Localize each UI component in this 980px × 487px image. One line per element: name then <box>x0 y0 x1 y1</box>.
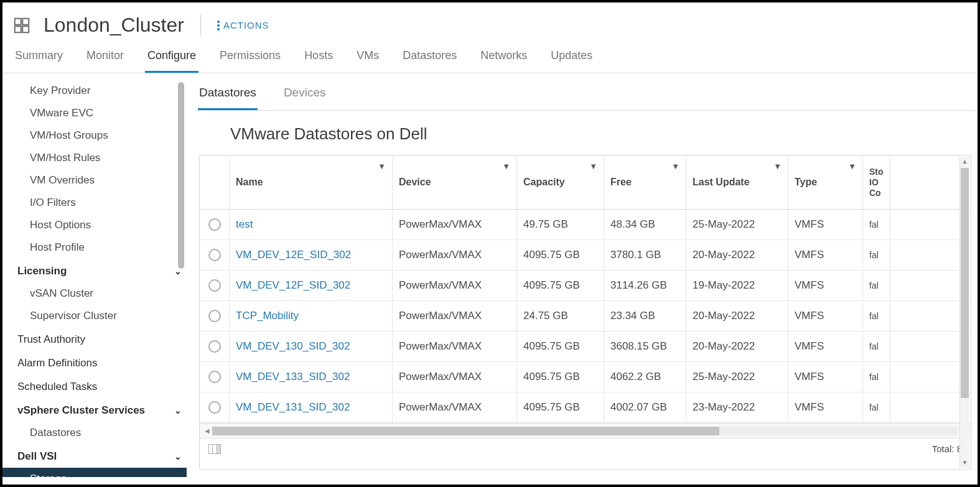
row-free: 4062.2 GB <box>604 362 686 392</box>
sidebar-item-vm-host-rules[interactable]: VM/Host Rules <box>12 147 187 169</box>
sidebar-item-dell-vsi[interactable]: Dell VSI⌄ <box>12 444 187 468</box>
actions-menu[interactable]: ACTIONS <box>217 20 269 30</box>
row-radio[interactable] <box>200 301 230 331</box>
row-name[interactable]: VM_DEV_131_SID_302 <box>230 392 393 422</box>
row-last-update: 20-May-2022 <box>686 301 788 331</box>
row-radio[interactable] <box>200 271 230 300</box>
table-row: VM_DEV_12E_SID_302PowerMax/VMAX4095.75 G… <box>200 240 971 271</box>
scroll-down-icon[interactable]: ▼ <box>960 458 969 468</box>
sidebar-item-trust-authority[interactable]: Trust Authority <box>12 327 187 351</box>
tab-summary[interactable]: Summary <box>12 43 65 73</box>
col-name[interactable]: Name▼ <box>230 155 393 209</box>
row-name[interactable]: VM_DEV_130_SID_302 <box>230 332 393 361</box>
sidebar-item-vsphere-cluster-services[interactable]: vSphere Cluster Services⌄ <box>12 398 187 422</box>
scroll-left-icon[interactable]: ◄ <box>203 427 212 435</box>
tab-datastores[interactable]: Datastores <box>400 43 459 73</box>
sidebar-item-datastores[interactable]: Datastores <box>12 422 187 444</box>
subtab-datastores[interactable]: Datastores <box>198 81 258 110</box>
chevron-down-icon: ⌄ <box>174 406 182 415</box>
row-last-update: 20-May-2022 <box>686 332 788 361</box>
subtab-devices[interactable]: Devices <box>282 81 327 110</box>
sidebar-item-vsan-cluster[interactable]: vSAN Cluster <box>12 282 187 305</box>
sidebar-item-licensing[interactable]: Licensing⌄ <box>12 259 187 282</box>
filter-icon[interactable]: ▼ <box>671 162 679 171</box>
columns-icon[interactable] <box>208 444 221 454</box>
sidebar-item-host-options[interactable]: Host Options <box>12 214 187 236</box>
row-extra: fal <box>863 392 890 422</box>
row-radio[interactable] <box>200 392 230 422</box>
sidebar-item-host-profile[interactable]: Host Profile <box>12 236 187 259</box>
tab-monitor[interactable]: Monitor <box>84 43 126 73</box>
col-storage-io[interactable]: Sto IO Co <box>863 155 890 209</box>
row-name[interactable]: VM_DEV_133_SID_302 <box>230 362 393 392</box>
horizontal-scrollbar[interactable]: ◄ ► <box>200 423 971 438</box>
table-row: TCP_MobilityPowerMax/VMAX24.75 GB23.34 G… <box>200 301 971 332</box>
dots-icon <box>217 21 220 30</box>
row-free: 23.34 GB <box>604 301 686 331</box>
row-name[interactable]: VM_DEV_12E_SID_302 <box>230 240 393 270</box>
scroll-thumb[interactable] <box>212 427 719 435</box>
sidebar-item-vmware-evc[interactable]: VMware EVC <box>12 102 187 124</box>
row-extra: fal <box>863 271 890 300</box>
datastores-table: Name▼ Device▼ Capacity▼ Free▼ Last Updat… <box>199 155 971 470</box>
vscroll-thumb[interactable] <box>961 168 969 398</box>
scroll-track[interactable] <box>212 427 958 435</box>
tab-vms[interactable]: VMs <box>354 43 381 73</box>
row-extra: fal <box>863 240 890 270</box>
tab-networks[interactable]: Networks <box>478 43 530 73</box>
col-free[interactable]: Free▼ <box>604 155 686 209</box>
col-device[interactable]: Device▼ <box>393 155 517 209</box>
row-device: PowerMax/VMAX <box>393 271 517 300</box>
row-name[interactable]: test <box>230 210 393 239</box>
sidebar-scrollbar[interactable] <box>178 82 184 269</box>
scroll-up-icon[interactable]: ▲ <box>960 157 969 167</box>
row-free: 3114.26 GB <box>604 271 686 300</box>
cluster-icon <box>12 16 31 35</box>
sidebar-item-supervisor-cluster[interactable]: Supervisor Cluster <box>12 305 187 327</box>
row-radio[interactable] <box>200 240 230 270</box>
row-radio[interactable] <box>200 332 230 361</box>
tab-permissions[interactable]: Permissions <box>217 43 283 73</box>
tab-updates[interactable]: Updates <box>548 43 595 73</box>
row-capacity: 4095.75 GB <box>517 240 604 270</box>
row-last-update: 23-May-2022 <box>686 392 788 422</box>
svg-rect-0 <box>15 18 21 24</box>
filter-icon[interactable]: ▼ <box>848 162 856 171</box>
row-extra: fal <box>863 332 890 361</box>
filter-icon[interactable]: ▼ <box>502 162 510 171</box>
sidebar-item-alarm-definitions[interactable]: Alarm Definitions <box>12 351 187 374</box>
col-capacity[interactable]: Capacity▼ <box>517 155 604 209</box>
sidebar-item-storage[interactable]: Storage <box>2 468 187 477</box>
sidebar-item-scheduled-tasks[interactable]: Scheduled Tasks <box>12 374 187 398</box>
row-last-update: 25-May-2022 <box>686 362 788 392</box>
svg-rect-1 <box>22 18 29 24</box>
vertical-scrollbar[interactable]: ▲ ▼ <box>959 157 969 468</box>
sidebar-item-i-o-filters[interactable]: I/O Filters <box>12 192 187 214</box>
row-radio[interactable] <box>200 362 230 392</box>
sidebar-item-vm-host-groups[interactable]: VM/Host Groups <box>12 124 187 147</box>
row-free: 3608.15 GB <box>604 332 686 361</box>
filter-icon[interactable]: ▼ <box>589 162 597 171</box>
row-name[interactable]: VM_DEV_12F_SID_302 <box>230 271 393 300</box>
col-last-update[interactable]: Last Update▼ <box>686 155 788 209</box>
filter-icon[interactable]: ▼ <box>378 162 386 171</box>
row-name[interactable]: TCP_Mobility <box>230 301 393 331</box>
page-header: London_Cluster ACTIONS <box>2 2 978 43</box>
row-type: VMFS <box>788 240 863 270</box>
tab-configure[interactable]: Configure <box>145 43 198 73</box>
row-device: PowerMax/VMAX <box>393 332 517 361</box>
sidebar-item-vm-overrides[interactable]: VM Overrides <box>12 169 187 192</box>
tab-hosts[interactable]: Hosts <box>302 43 335 73</box>
col-type[interactable]: Type▼ <box>788 155 863 209</box>
cluster-title: London_Cluster <box>44 14 184 37</box>
row-capacity: 49.75 GB <box>517 210 604 239</box>
sidebar-item-key-provider[interactable]: Key Provider <box>12 80 187 102</box>
table-header: Name▼ Device▼ Capacity▼ Free▼ Last Updat… <box>200 155 971 210</box>
row-radio[interactable] <box>200 210 230 239</box>
row-device: PowerMax/VMAX <box>393 362 517 392</box>
col-select <box>200 155 230 209</box>
row-type: VMFS <box>788 301 863 331</box>
row-extra: fal <box>863 301 890 331</box>
row-device: PowerMax/VMAX <box>393 301 517 331</box>
filter-icon[interactable]: ▼ <box>773 162 782 171</box>
